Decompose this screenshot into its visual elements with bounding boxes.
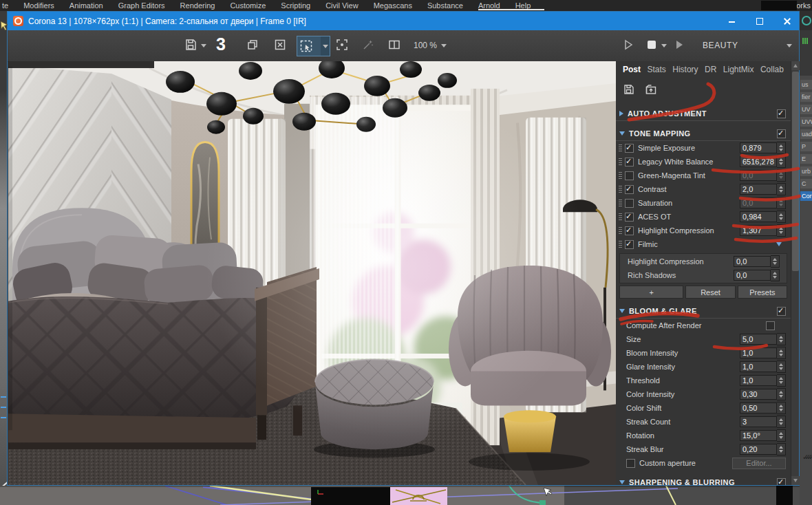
section-bloom-glare[interactable]: BLOOM & GLARE — [616, 304, 791, 319]
stop-dropdown-caret[interactable] — [661, 44, 667, 47]
tab-post[interactable]: Post — [623, 65, 641, 74]
spin-up-icon[interactable] — [779, 446, 783, 449]
value-field-saturation[interactable]: 0,0 — [740, 197, 777, 208]
checkbox-custom-aperture[interactable] — [626, 459, 635, 468]
spin-up-icon[interactable] — [779, 405, 783, 407]
drag-handle-icon[interactable] — [619, 200, 622, 207]
render-element-caret[interactable] — [787, 44, 792, 47]
scrollbar-thumb[interactable] — [792, 72, 799, 271]
section-auto-adjustment[interactable]: AUTO ADJUSTMENT — [616, 107, 791, 121]
reset-button[interactable]: Reset — [685, 286, 735, 299]
spinner-color-intensity[interactable] — [777, 388, 786, 400]
spin-down-icon[interactable] — [779, 381, 783, 384]
stop-render-button[interactable] — [645, 38, 660, 53]
value-field-aces-ot[interactable]: 0,984 — [740, 211, 777, 222]
checkbox-sharpening[interactable] — [777, 478, 786, 486]
expand-arrow-icon[interactable] — [776, 242, 782, 246]
spinner-simple-exposure[interactable] — [777, 142, 786, 154]
drag-handle-icon[interactable] — [619, 241, 622, 248]
spin-down-icon[interactable] — [779, 409, 783, 411]
spin-up-icon[interactable] — [779, 363, 783, 366]
spin-down-icon[interactable] — [779, 436, 783, 439]
spinner-glare-intensity[interactable] — [777, 361, 786, 373]
value-field-streak-count[interactable]: 3 — [740, 416, 777, 427]
checkbox-highlight-compression[interactable] — [625, 226, 634, 235]
tab-dr[interactable]: DR — [705, 65, 716, 74]
region-render-button[interactable] — [297, 36, 330, 56]
modifier-item-fragment[interactable]: E — [800, 154, 812, 164]
spin-up-icon[interactable] — [779, 200, 783, 202]
spin-up-icon[interactable] — [779, 172, 783, 175]
value-field-rotation[interactable]: 15,0° — [740, 430, 777, 441]
spin-up-icon[interactable] — [779, 144, 783, 147]
render-element-select[interactable]: BEAUTY — [703, 41, 738, 50]
save-image-button[interactable] — [184, 38, 199, 53]
fit-region-button[interactable] — [335, 38, 350, 53]
modifier-item-fragment[interactable]: us — [800, 80, 812, 89]
spin-up-icon[interactable] — [773, 258, 777, 261]
spin-up-icon[interactable] — [779, 213, 783, 216]
pick-tool-button[interactable] — [361, 38, 376, 53]
add-operator-button[interactable]: + — [619, 286, 683, 299]
checkbox-filmic[interactable] — [625, 240, 634, 249]
value-field-bloom-intensity[interactable]: 1,0 — [740, 347, 777, 358]
spin-down-icon[interactable] — [779, 450, 783, 453]
spinner-threshold[interactable] — [777, 374, 786, 387]
value-field-contrast[interactable]: 2,0 — [740, 184, 777, 195]
tab-stats[interactable]: Stats — [647, 65, 665, 74]
spin-down-icon[interactable] — [779, 217, 783, 220]
cancel-render-button[interactable] — [273, 38, 288, 53]
save-dropdown-caret[interactable] — [201, 44, 206, 47]
spin-down-icon[interactable] — [779, 176, 783, 179]
maximize-button[interactable] — [755, 17, 765, 26]
spinner-legacy-white-balance[interactable] — [777, 155, 786, 168]
title-bar[interactable]: Corona 13 | 1078×762px (1:1) | Camera: 2… — [8, 12, 799, 30]
render-view[interactable] — [8, 61, 616, 485]
panel-scrollbar[interactable] — [791, 61, 799, 485]
spin-up-icon[interactable] — [779, 158, 783, 161]
menu-item-graph-editors[interactable]: Graph Editors — [118, 1, 165, 10]
spin-down-icon[interactable] — [779, 204, 783, 206]
value-field-color-shift[interactable]: 0,50 — [740, 402, 777, 413]
drag-handle-icon[interactable] — [619, 227, 622, 235]
load-settings-icon[interactable] — [645, 83, 657, 96]
spin-up-icon[interactable] — [779, 377, 783, 380]
start-interactive-button[interactable] — [621, 38, 637, 53]
menu-item-modifiers[interactable]: Modifiers — [23, 1, 54, 10]
spinner-color-shift[interactable] — [777, 402, 786, 414]
spin-up-icon[interactable] — [779, 391, 783, 394]
spinner-bloom-intensity[interactable] — [777, 347, 786, 359]
minimize-button[interactable] — [727, 17, 737, 26]
spin-up-icon[interactable] — [779, 336, 783, 339]
value-field-color-intensity[interactable]: 0,30 — [740, 389, 777, 400]
modifier-item-fragment[interactable]: UV — [800, 105, 812, 114]
spin-down-icon[interactable] — [779, 340, 783, 343]
value-field-simple-exposure[interactable]: 0,879 — [740, 142, 777, 153]
spin-up-icon[interactable] — [779, 350, 783, 352]
value-field-streak-blur[interactable]: 0,20 — [740, 444, 777, 455]
menu-item-civil-view[interactable]: Civil View — [325, 1, 358, 10]
close-button[interactable] — [782, 17, 792, 26]
spin-up-icon[interactable] — [779, 418, 783, 421]
menu-item-substance[interactable]: Substance — [427, 1, 463, 10]
checkbox-bloom-glare[interactable] — [777, 307, 786, 316]
value-field-threshold[interactable]: 1,0 — [740, 375, 777, 386]
presets-button[interactable]: Presets — [738, 286, 787, 299]
tab-lightmix[interactable]: LightMix — [723, 65, 754, 74]
menu-item-customize[interactable]: Customize — [230, 1, 266, 10]
spinner-rotation[interactable] — [777, 429, 786, 442]
spin-down-icon[interactable] — [779, 149, 783, 151]
tab-collab[interactable]: Collab — [760, 65, 784, 74]
scroll-down-icon[interactable] — [791, 476, 800, 485]
checkbox-contrast[interactable] — [625, 185, 634, 194]
region-dropdown-caret[interactable] — [321, 36, 330, 56]
value-field-highlight-compression[interactable]: 1,307 — [740, 225, 777, 236]
spin-up-icon[interactable] — [773, 272, 777, 275]
zoom-level-select[interactable]: 100 % — [414, 41, 447, 50]
spinner-streak-count[interactable] — [777, 416, 786, 428]
tab-history[interactable]: History — [672, 65, 698, 74]
editor-button[interactable]: Editor... — [732, 458, 786, 469]
modifier-item-fragment[interactable]: uad — [800, 129, 812, 139]
section-sharpening[interactable]: SHARPENING & BLURRING — [616, 475, 791, 485]
spinner-green-magenta-tint[interactable] — [777, 169, 786, 182]
